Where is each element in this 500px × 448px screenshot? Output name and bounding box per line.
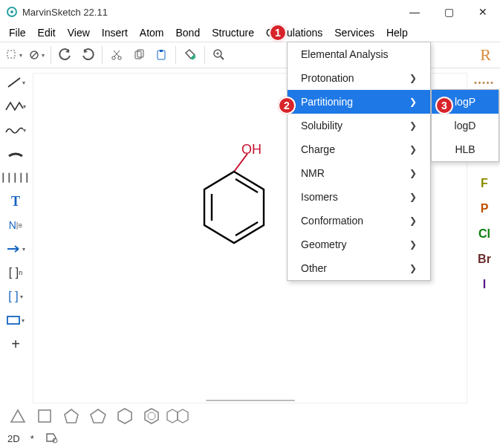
title-bar: MarvinSketch 22.11 — ▢ ✕ [0, 0, 500, 24]
element-i[interactable]: I [473, 275, 496, 294]
tool-wavy[interactable]: ▾ [4, 120, 27, 140]
svg-rect-19 [7, 316, 19, 324]
status-star[interactable]: * [30, 433, 34, 444]
redo-button[interactable] [77, 45, 98, 65]
svg-line-14 [221, 56, 224, 59]
svg-line-8 [114, 51, 119, 56]
close-button[interactable]: ✕ [466, 0, 500, 24]
status-icon[interactable] [45, 432, 58, 446]
element-f[interactable]: F [473, 174, 496, 193]
menu-structure[interactable]: Structure [206, 25, 260, 40]
template-row [0, 403, 500, 429]
svg-rect-26 [39, 410, 51, 422]
template-cyclopentane[interactable] [62, 407, 80, 425]
tool-name[interactable]: N|≡ [4, 215, 27, 235]
tool-plus[interactable]: + [4, 334, 27, 354]
template-square[interactable] [36, 407, 53, 425]
menu-item-partitioning[interactable]: Partitioning❯ [288, 90, 430, 114]
svg-marker-21 [204, 172, 264, 243]
undo-button[interactable] [55, 45, 76, 65]
svg-point-1 [10, 10, 13, 13]
menu-help[interactable]: Help [380, 25, 414, 40]
menu-view[interactable]: View [62, 25, 96, 40]
menu-item-elemental-analysis[interactable]: Elemental Analysis [288, 42, 430, 66]
clean-button[interactable] [180, 45, 201, 65]
svg-point-31 [148, 412, 155, 420]
tool-rect[interactable]: ▾ [4, 311, 27, 330]
svg-marker-25 [11, 410, 25, 422]
copy-button[interactable] [129, 45, 149, 65]
maximize-button[interactable]: ▢ [432, 0, 466, 24]
template-benzene[interactable] [143, 407, 160, 425]
zoom-in-button[interactable] [209, 45, 230, 65]
template-pentagon[interactable] [89, 407, 107, 425]
submenu-item-hlb[interactable]: HLB [432, 137, 499, 161]
svg-marker-33 [178, 409, 188, 423]
menu-file[interactable]: File [3, 25, 32, 40]
tool-chain[interactable]: ▾ [4, 97, 27, 116]
svg-rect-12 [160, 50, 163, 52]
menu-item-geometry[interactable]: Geometry❯ [288, 233, 430, 256]
status-bar: 2D * [0, 429, 500, 448]
paste-button[interactable] [151, 45, 172, 65]
element-cl[interactable]: Cl [473, 224, 496, 244]
svg-marker-30 [145, 409, 158, 423]
svg-line-4 [31, 52, 37, 58]
tool-brackets[interactable]: [ ]▾ [4, 287, 27, 306]
element-br[interactable]: Br [473, 250, 496, 269]
hydroxyl-label: OH [241, 142, 262, 157]
calculations-menu: Elemental Analysis Protonation❯ Partitio… [287, 42, 431, 281]
menu-insert[interactable]: Insert [96, 25, 134, 40]
svg-rect-2 [7, 51, 15, 58]
template-hexagon[interactable] [116, 407, 134, 425]
menu-item-other[interactable]: Other❯ [288, 256, 430, 280]
submenu-item-logd[interactable]: logD [432, 114, 499, 137]
svg-marker-27 [65, 409, 78, 423]
bottom-bar: 2D * [0, 403, 500, 448]
annotation-badge-3: 3 [435, 97, 453, 114]
template-triangle[interactable] [9, 407, 27, 425]
annotation-badge-1: 1 [269, 24, 287, 42]
svg-marker-28 [91, 409, 105, 423]
menu-item-charge[interactable]: Charge❯ [288, 137, 430, 161]
svg-marker-29 [118, 409, 132, 423]
svg-point-5 [112, 56, 115, 59]
app-icon [6, 6, 18, 18]
menu-edit[interactable]: Edit [32, 25, 62, 40]
minimize-button[interactable]: — [397, 0, 432, 24]
menu-item-solubility[interactable]: Solubility❯ [288, 114, 430, 137]
status-mode[interactable]: 2D [7, 433, 20, 444]
template-naphthalene[interactable] [169, 407, 187, 425]
menu-item-conformation[interactable]: Conformation❯ [288, 209, 430, 233]
svg-line-7 [114, 51, 120, 56]
svg-point-6 [118, 56, 121, 59]
annotation-badge-2: 2 [278, 97, 296, 114]
menu-bond[interactable]: Bond [169, 25, 206, 40]
tool-brackets-n[interactable]: [ ]n [4, 263, 27, 282]
erase-tool[interactable] [26, 45, 47, 65]
left-toolbar: ▾ ▾ ▾ ┃┃┃┃┃ T N|≡ ▾ [ ]n [ ]▾ ▾ + [0, 68, 31, 403]
svg-line-17 [8, 78, 20, 87]
tool-single-bond[interactable]: ▾ [4, 73, 27, 92]
svg-line-24 [236, 222, 258, 236]
r-group-label[interactable]: R [480, 45, 491, 65]
menu-services[interactable]: Services [328, 25, 380, 40]
svg-line-20 [234, 154, 247, 172]
select-tool[interactable] [4, 45, 25, 65]
svg-line-23 [236, 179, 258, 192]
menu-item-nmr[interactable]: NMR❯ [288, 161, 430, 185]
tool-bold-bond[interactable] [4, 144, 27, 163]
canvas-scroll-indicator [206, 400, 295, 401]
element-p[interactable]: P [473, 199, 496, 218]
tool-arrow[interactable]: ▾ [4, 239, 27, 259]
svg-marker-32 [167, 409, 178, 423]
menu-bar: File Edit View Insert Atom Bond Structur… [0, 24, 500, 42]
menu-item-isomers[interactable]: Isomers❯ [288, 185, 430, 209]
tool-text[interactable]: T [4, 192, 27, 211]
window-title: MarvinSketch 22.11 [22, 7, 108, 18]
menu-atom[interactable]: Atom [134, 25, 170, 40]
cut-button[interactable] [106, 45, 127, 65]
tool-hash-bond[interactable]: ┃┃┃┃┃ [4, 168, 27, 187]
menu-item-protonation[interactable]: Protonation❯ [288, 66, 430, 90]
